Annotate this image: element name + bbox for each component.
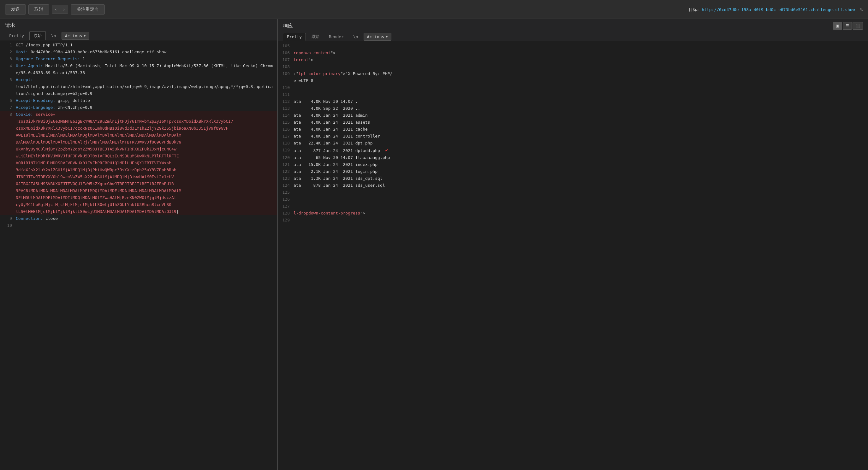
response-line-109a: 109 :"tpl-color-primary">"X-Powered-By: …: [278, 70, 868, 77]
response-line-129: 129: [278, 217, 868, 224]
view-rows-btn[interactable]: ☰: [843, 22, 852, 30]
response-line-124: 124 ata 878 Jan 24 2021 sds_user.sql: [278, 182, 868, 189]
next-button[interactable]: ›: [60, 5, 67, 13]
tab-pretty-request[interactable]: Pretty: [5, 32, 28, 40]
request-cookie-6: wLjElMEYlMDhTRVJWRVJfUFJPVkU5DT0xIVFRQLz…: [0, 153, 277, 160]
actions-chevron-response: ▾: [385, 34, 388, 39]
toolbar: 发送 取消 ‹ › 关注重定向 目标: http://0cd47d0e-f98a…: [0, 0, 868, 19]
response-line-106: 106 ropdown-content">: [278, 49, 868, 57]
response-line-112: 112 ata 4.0K Nov 30 14:07 .: [278, 98, 868, 105]
follow-redirect-button[interactable]: 关注重定向: [71, 4, 105, 14]
tab-newline-request[interactable]: \n: [47, 32, 60, 40]
request-cookie-13: cyUyMC1hbGglMjclMjclMjklMjclMjktLS0wLjU1…: [0, 201, 277, 208]
response-line-120: 120 ata 65 Nov 30 14:07 flaaaaaagg.php: [278, 154, 868, 161]
request-line-6: 6 Accept-Encoding: gzip, deflate: [0, 97, 277, 104]
response-line-127: 127: [278, 203, 868, 210]
request-line-4: 4 User-Agent: Mozilla/5.0 (Macintosh; In…: [0, 63, 277, 76]
view-split-btn[interactable]: ▣: [833, 22, 842, 30]
tab-pretty-response[interactable]: Pretty: [283, 33, 306, 41]
cancel-button[interactable]: 取消: [28, 4, 49, 14]
send-button[interactable]: 发送: [5, 4, 26, 14]
response-line-128: 128 l-dropdown-content-progress">: [278, 210, 868, 217]
request-cookie-11: 9PVC8lMDAlMDAlMDAlMDAlMDAlMDElMDQlMDAlMD…: [0, 188, 277, 194]
nav-buttons: ‹ ›: [52, 5, 68, 14]
edit-icon[interactable]: ✎: [860, 6, 863, 12]
response-code-area[interactable]: 105 106 ropdown-content"> 107 ternal"> 1…: [278, 41, 868, 470]
main-layout: 请求 Pretty 原始 \n Actions ▾ 1 GET /index.p…: [0, 19, 868, 470]
response-line-107: 107 ternal">: [278, 57, 868, 63]
request-cookie-9: JTNEJTIwJTBBYXV0b19wcmVwZW5kX2ZpbGUlMjAl…: [0, 173, 277, 180]
request-cookie-7: VOR1RINTklMEUlMDRSRVFVRVNUX01FVEhPRFBPU1…: [0, 160, 277, 167]
response-tab-row: Pretty 原始 Render \n Actions ▾: [283, 32, 863, 41]
response-line-115: 115 ata 4.0K Jan 24 2021 assets: [278, 119, 868, 126]
request-cookie-10: 0JTBGJTA5UNSSVBUX0ZJTEVOQU1FaW5kZXgucGhw…: [0, 180, 277, 188]
request-line-10: 10: [0, 222, 277, 229]
response-line-108: 108: [278, 63, 868, 70]
response-line-118: 118 ata 22.4K Jan 24 2021 dpt.php: [278, 140, 868, 147]
tab-raw-response[interactable]: 原始: [307, 32, 323, 41]
response-line-119: 119 ata 877 Jan 24 2021 dptadd.php ✓: [278, 147, 868, 154]
response-title: 响应: [283, 23, 293, 29]
response-line-121: 121 ata 15.0K Jan 24 2021 index.php: [278, 161, 868, 168]
prev-button[interactable]: ‹: [52, 5, 60, 13]
view-cols-btn[interactable]: ⬛: [852, 22, 863, 30]
red-arrow-119: ✓: [385, 147, 389, 153]
response-line-116: 116 ata 4.0K Jan 24 2021 cache: [278, 126, 868, 133]
request-title: 请求: [5, 22, 272, 29]
tab-actions-response[interactable]: Actions ▾: [364, 33, 392, 41]
response-line-123: 123 ata 1.3K Jan 24 2021 sds_dpt.sql: [278, 175, 868, 182]
request-cookie-5: UkVnbyUyMC8lMjBmY2pZbmY2dpY2ZW50JTBCJTA5…: [0, 146, 277, 153]
request-line-8: 8 Cookie: service=: [0, 111, 277, 118]
response-line-110: 110: [278, 84, 868, 91]
response-line-109b: et=UTF-8: [278, 77, 868, 84]
request-panel: 请求 Pretty 原始 \n Actions ▾ 1 GET /index.p…: [0, 19, 278, 470]
response-line-126: 126: [278, 196, 868, 203]
target-label: 目标:: [689, 7, 702, 12]
request-line-5: 5 Accept: text/html,application/xhtml+xm…: [0, 76, 277, 97]
request-line-2: 2 Host: 0cd47d0e-f98a-40f9-bd0c-e673bd6e…: [0, 48, 277, 56]
response-line-117: 117 ata 4.0K Jan 24 2021 controller: [278, 133, 868, 140]
response-line-105: 105: [278, 42, 868, 49]
request-tab-row: Pretty 原始 \n Actions ▾: [5, 31, 272, 40]
response-line-111: 111: [278, 91, 868, 98]
request-line-7: 7 Accept-Language: zh-CN,zh;q=0.9: [0, 104, 277, 111]
tab-raw-request[interactable]: 原始: [29, 31, 46, 40]
response-line-113: 113 4.0K Sep 22 2020 ..: [278, 105, 868, 112]
actions-label-response: Actions: [367, 34, 384, 39]
response-panel: 响应 ▣ ☰ ⬛ Pretty 原始 Render \n Actions ▾: [278, 19, 868, 470]
target-url-area: 目标: http://0cd47d0e-f98a-40f9-bd0c-e673b…: [689, 6, 863, 12]
actions-label-request: Actions: [65, 33, 82, 38]
request-line-3: 3 Upgrade-Insecure-Requests: 1: [0, 56, 277, 63]
response-line-114: 114 ata 4.0K Jan 24 2021 admin: [278, 112, 868, 119]
request-cookie-8: 3dfdXJsX2luY2x1ZGUlMjAlMDQlMjBjPbiUwQWRp…: [0, 167, 277, 173]
request-line-1: 1 GET /index.php HTTP/1.1: [0, 42, 277, 48]
request-cookie-12: DElMDUlMDAlMDElMDAlMDIlMDQlMDAlM0lMZwaHA…: [0, 194, 277, 201]
target-url[interactable]: http://0cd47d0e-f98a-40f9-bd0c-e673bd6e5…: [702, 7, 855, 12]
response-header: 响应 ▣ ☰ ⬛ Pretty 原始 Render \n Actions ▾: [278, 19, 868, 41]
request-cookie-14: tLS0lMEElMjclMjklMjklMjktLS0wLjU1MDAlMDA…: [0, 208, 277, 215]
tab-actions-request[interactable]: Actions ▾: [62, 32, 90, 40]
request-code-area[interactable]: 1 GET /index.php HTTP/1.1 2 Host: 0cd47d…: [0, 40, 277, 470]
response-line-122: 122 ata 2.1K Jan 24 2021 login.php: [278, 168, 868, 175]
actions-chevron-request: ▾: [83, 33, 86, 38]
response-line-125: 125: [278, 189, 868, 196]
request-header: 请求 Pretty 原始 \n Actions ▾: [0, 19, 277, 40]
request-cookie-1: TzozOiJkYW8iOjE6e3M6MTE6IgBkYW8AY29uZmln…: [0, 118, 277, 125]
request-line-9: 9 Connection: close: [0, 215, 277, 222]
tab-newline-response[interactable]: \n: [349, 33, 362, 41]
view-toggle: ▣ ☰ ⬛: [833, 22, 863, 30]
request-cookie-2: czoxMDoidXBkYXRlX3VybCI7czoxNzQ6Imh0dHBz…: [0, 125, 277, 132]
tab-render-response[interactable]: Render: [325, 33, 348, 41]
request-cookie-3: AwL18lMDElMDElMDAlMDElMDAlMDglMDAlMDAlMD…: [0, 132, 277, 139]
request-cookie-4: DAlMDAlMDElMDQlMDAlMDElMDAlRjYlMDYlMDAlM…: [0, 139, 277, 146]
